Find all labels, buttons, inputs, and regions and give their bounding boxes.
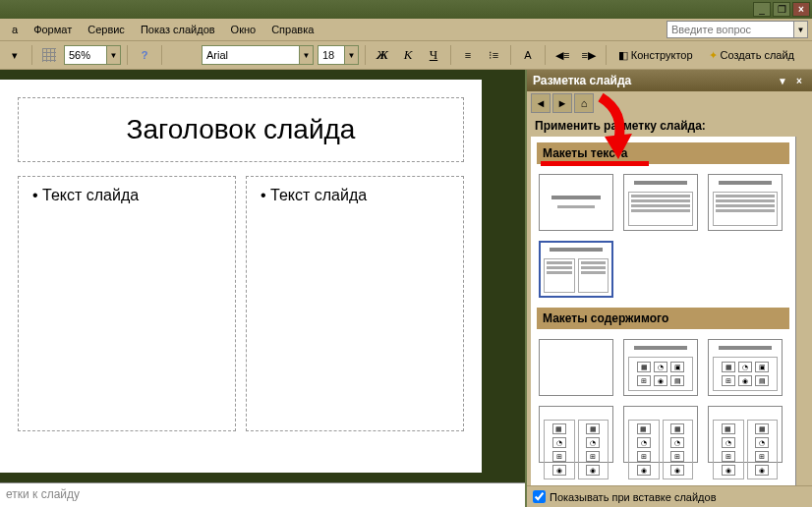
zoom-input[interactable] <box>64 45 107 65</box>
show-on-insert-checkbox[interactable] <box>533 490 546 503</box>
slide-title-placeholder[interactable]: Заголовок слайда <box>18 97 464 162</box>
menu-item-slideshow[interactable]: Показ слайдов <box>133 21 223 38</box>
bullets-icon[interactable]: ⁝≡ <box>483 44 504 66</box>
menu-bar: а Формат Сервис Показ слайдов Окно Справ… <box>0 19 812 40</box>
designer-button[interactable]: ◧ Конструктор <box>612 44 699 66</box>
increase-font-icon[interactable]: A <box>517 44 539 66</box>
menu-item-tools[interactable]: Сервис <box>80 21 133 38</box>
toolbar-btn-generic1[interactable]: ▾ <box>4 44 26 66</box>
ask-dropdown-icon[interactable]: ▼ <box>794 21 808 38</box>
annotation-underline <box>541 161 649 166</box>
italic-button[interactable]: К <box>397 44 419 66</box>
underline-button[interactable]: Ч <box>423 44 444 66</box>
decrease-indent-icon[interactable]: ◀≡ <box>551 44 573 66</box>
apply-layout-label: Применить разметку слайда: <box>527 115 812 137</box>
slide-title-text: Заголовок слайда <box>29 114 453 145</box>
window-titlebar: _ ❐ × <box>0 0 812 19</box>
font-name-combo: ▼ <box>202 45 314 65</box>
layout-two-column-text[interactable] <box>539 241 613 298</box>
font-size-input[interactable] <box>318 45 345 65</box>
show-on-insert-label: Показывать при вставке слайдов <box>550 491 717 503</box>
slide-editor-area: Заголовок слайда Текст слайда Текст слай… <box>0 70 525 507</box>
task-pane-footer: Показывать при вставке слайдов <box>527 485 812 507</box>
close-button[interactable]: × <box>792 2 810 17</box>
ask-question-input[interactable] <box>667 21 794 38</box>
zoom-combo: ▼ <box>64 45 121 65</box>
font-size-combo: ▼ <box>318 45 359 65</box>
layout-content-alt[interactable]: ▦◔▣⊞◉▤ <box>708 339 783 396</box>
layout-two-content[interactable]: ▦◔⊞◉ ▦◔⊞◉ <box>539 406 613 463</box>
minimize-button[interactable]: _ <box>753 2 771 17</box>
toolbar: ▾ ▼ ? ▼ ▼ Ж К Ч ≡ ⁝≡ A ◀≡ ≡▶ ◧ Конструкт… <box>0 40 812 70</box>
align-left-icon[interactable]: ≡ <box>457 44 479 66</box>
layout-title-only[interactable] <box>539 174 613 231</box>
layout-two-content-c[interactable]: ▦◔⊞◉ ▦◔⊞◉ <box>708 406 783 463</box>
notes-pane[interactable]: етки к слайду <box>0 482 525 507</box>
task-pane: Разметка слайда ▼ × ◄ ► ⌂ Применить разм… <box>525 70 812 507</box>
grid-icon[interactable] <box>38 44 60 66</box>
nav-forward-icon[interactable]: ► <box>552 93 572 113</box>
new-slide-button[interactable]: ✦ Создать слайд <box>703 44 800 66</box>
section-text-layouts: Макеты текста <box>537 142 789 164</box>
font-size-dropdown-icon[interactable]: ▼ <box>345 45 359 65</box>
designer-icon: ◧ <box>618 49 628 62</box>
layout-two-content-b[interactable]: ▦◔⊞◉ ▦◔⊞◉ <box>623 406 698 463</box>
task-pane-header: Разметка слайда ▼ × <box>527 70 812 91</box>
layout-list: Макеты текста <box>531 137 795 485</box>
task-pane-nav: ◄ ► ⌂ <box>527 91 812 115</box>
zoom-dropdown-icon[interactable]: ▼ <box>107 45 121 65</box>
slide-col2-text: Текст слайда <box>261 187 449 204</box>
increase-indent-icon[interactable]: ≡▶ <box>577 44 599 66</box>
layout-blank[interactable] <box>539 339 613 396</box>
slide-col1-text: Текст слайда <box>32 187 221 204</box>
task-pane-menu-icon[interactable]: ▼ <box>776 74 789 87</box>
layout-scrollbar[interactable] <box>795 137 812 485</box>
new-slide-icon: ✦ <box>709 49 718 62</box>
menu-item-format[interactable]: Формат <box>26 21 80 38</box>
task-pane-close-icon[interactable]: × <box>792 74 806 87</box>
slide-text-column-2[interactable]: Текст слайда <box>246 176 464 431</box>
layout-title-text[interactable] <box>623 174 698 231</box>
menu-item-window[interactable]: Окно <box>223 21 264 38</box>
menu-item-0[interactable]: а <box>4 21 26 38</box>
bold-button[interactable]: Ж <box>372 44 393 66</box>
nav-home-icon[interactable]: ⌂ <box>574 93 594 113</box>
task-pane-title: Разметка слайда <box>533 74 631 87</box>
slide-text-column-1[interactable]: Текст слайда <box>18 176 236 431</box>
help-icon[interactable]: ? <box>134 44 155 66</box>
section-content-layouts: Макеты содержимого <box>537 308 789 329</box>
layout-title-text-alt[interactable] <box>708 174 783 231</box>
menu-item-help[interactable]: Справка <box>263 21 321 38</box>
slide[interactable]: Заголовок слайда Текст слайда Текст слай… <box>0 80 482 473</box>
font-name-input[interactable] <box>202 45 300 65</box>
ask-question-box: ▼ <box>667 21 808 38</box>
restore-button[interactable]: ❐ <box>773 2 790 17</box>
font-name-dropdown-icon[interactable]: ▼ <box>300 45 314 65</box>
nav-back-icon[interactable]: ◄ <box>531 93 551 113</box>
layout-content[interactable]: ▦◔▣⊞◉▤ <box>623 339 698 396</box>
